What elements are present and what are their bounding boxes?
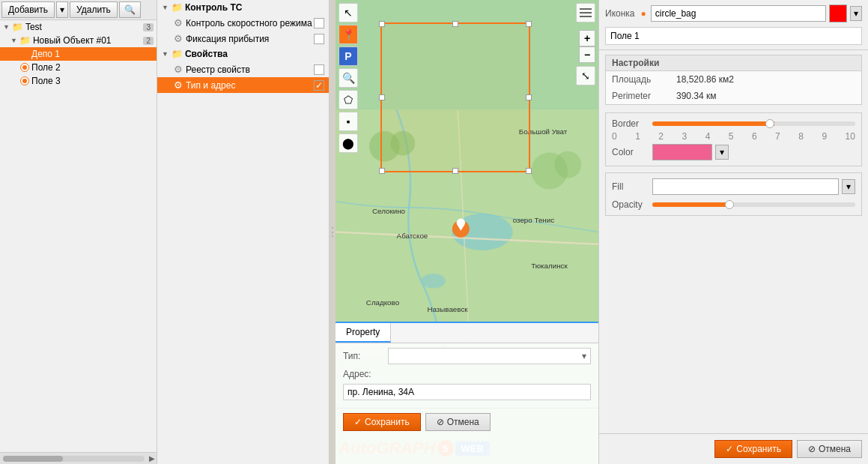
selection-handle-tr[interactable] (526, 21, 532, 27)
section-props[interactable]: ▼ 📁 Свойства (157, 46, 329, 61)
tree-item-test[interactable]: ▼ 📁 Test 3 (0, 20, 157, 34)
svg-text:озеро Тенис: озеро Тенис (513, 216, 554, 224)
location-tool-button[interactable]: 📍 (339, 25, 358, 44)
mid-item-checkbox[interactable] (314, 64, 324, 75)
icon-select-input[interactable] (651, 5, 826, 22)
search-map-button[interactable]: 🔍 (339, 68, 358, 88)
zoom-out-button[interactable]: − (579, 46, 595, 63)
section-control[interactable]: ▼ 📁 Контроль ТС (157, 0, 329, 15)
parking-tool-button[interactable]: P (339, 46, 358, 66)
selection-handle-ml[interactable] (379, 94, 385, 100)
border-slider-thumb[interactable] (765, 119, 774, 128)
opacity-slider-track[interactable] (652, 202, 855, 207)
right-cancel-button[interactable]: ⊘ Отмена (797, 440, 862, 458)
fill-box[interactable] (652, 178, 839, 195)
cursor-tool-button[interactable]: ↖ (339, 3, 358, 22)
mid-item-arrival[interactable]: ⚙ Фиксация прибытия (157, 31, 329, 46)
fill-section: Fill ▾ Opacity (605, 172, 862, 216)
gear-icon: ⚙ (174, 33, 183, 44)
left-scrollbar[interactable]: ▶ (0, 452, 157, 464)
add-dropdown-button[interactable]: ▾ (56, 1, 68, 18)
right-save-button[interactable]: ✓ Сохранить (714, 440, 792, 458)
selection-handle-mr[interactable] (526, 94, 532, 100)
scrollbar-thumb[interactable] (3, 456, 63, 462)
mid-item-speed[interactable]: ⚙ Контроль скоростного режима (157, 15, 329, 31)
tree-item-pole2[interactable]: Поле 2 (0, 61, 157, 74)
map-selection-box (380, 22, 530, 172)
scrollbar-track[interactable] (3, 456, 145, 462)
fill-dropdown-button[interactable]: ▾ (842, 179, 855, 194)
selection-handle-tl[interactable] (379, 21, 385, 27)
color-box[interactable] (652, 144, 712, 160)
scrollbar-right-arrow[interactable]: ▶ (148, 454, 157, 463)
icon-row: Иконка ● ▾ (605, 4, 862, 22)
expand-icon: ▼ (3, 23, 10, 31)
border-row: Border (606, 116, 861, 131)
opacity-slider-thumb[interactable] (725, 200, 734, 209)
zoom-controls: + − (579, 30, 595, 63)
mid-item-type-address[interactable]: ⚙ Тип и адрес ✓ (157, 77, 329, 93)
property-save-button[interactable]: ✓ Сохранить (343, 413, 421, 431)
gear-icon: ⚙ (174, 17, 183, 28)
color-row: Color ▾ (606, 142, 861, 163)
expand-button[interactable]: ⤡ (576, 66, 595, 85)
rectangle-tool-button[interactable]: ▪ (339, 112, 358, 131)
tree-item-pole3[interactable]: Поле 3 (0, 74, 157, 88)
border-slider-numbers: 012345678910 (606, 131, 861, 142)
folder-icon: 📁 (12, 22, 23, 32)
svg-point-15 (554, 151, 581, 178)
vertical-resize-handle[interactable] (330, 0, 336, 464)
selection-handle-tm[interactable] (452, 21, 458, 27)
border-section: Border 012345678910 Color ▾ (605, 112, 862, 166)
svg-text:Называевск: Называевск (427, 305, 468, 313)
selection-handle-br[interactable] (526, 168, 532, 174)
mid-item-label: Реестр свойств (186, 64, 250, 75)
add-button[interactable]: Добавить (1, 1, 55, 18)
tree-item-label: Новый Объект #01 (33, 35, 112, 46)
opacity-slider-area (652, 202, 855, 207)
zoom-in-button[interactable]: + (579, 30, 595, 46)
delete-button[interactable]: Удалить (70, 1, 118, 18)
address-row: Адрес: (343, 369, 591, 379)
mid-item-registry[interactable]: ⚙ Реестр свойств (157, 61, 329, 77)
tree-item-newobj[interactable]: ▼ 📁 Новый Объект #01 2 (0, 34, 157, 47)
cancel-label: Отмена (819, 444, 851, 454)
selection-handle-bl[interactable] (379, 168, 385, 174)
color-dropdown-button[interactable]: ▾ (715, 145, 729, 160)
type-label: Тип: (343, 351, 388, 361)
folder-icon: 📁 (19, 35, 31, 46)
svg-rect-19 (580, 16, 592, 17)
layers-button[interactable] (576, 3, 595, 22)
color-label: Color (612, 147, 649, 157)
cancel-icon: ⊘ (437, 417, 444, 427)
type-row: Тип: (343, 348, 591, 364)
property-cancel-button[interactable]: ⊘ Отмена (425, 413, 491, 431)
mid-item-checkbox[interactable] (314, 34, 324, 44)
tree-container: ▼ 📁 Test 3 ▼ 📁 Новый Объект #01 2 Депо 1 (0, 20, 157, 452)
opacity-row: Opacity (606, 197, 861, 212)
expand-icon-btn[interactable]: ⤡ (576, 66, 595, 85)
tree-item-label: Test (25, 22, 42, 32)
mid-item-checkbox[interactable] (314, 18, 324, 28)
search-button[interactable]: 🔍 (119, 1, 141, 18)
svg-text:Тюкалинск: Тюкалинск (531, 262, 568, 270)
type-select[interactable] (388, 348, 591, 364)
layers-icon-btn[interactable] (576, 3, 595, 22)
area-row: Площадь 18,520.86 км2 (606, 71, 861, 88)
icon-color-button[interactable] (829, 4, 847, 22)
svg-point-2 (421, 274, 446, 289)
property-tab[interactable]: Property (336, 323, 391, 343)
selection-handle-bm[interactable] (452, 168, 458, 174)
item-dot-icon (21, 64, 28, 71)
left-tree-panel: Добавить ▾ Удалить 🔍 ▼ 📁 Test 3 ▼ 📁 Новы… (0, 0, 157, 464)
name-input[interactable] (605, 27, 862, 45)
icon-color-dropdown[interactable]: ▾ (850, 6, 862, 21)
item-dot-icon (21, 77, 28, 85)
circle-tool-button[interactable]: ⬤ (339, 133, 358, 153)
mid-item-checkbox[interactable]: ✓ (314, 80, 324, 91)
address-input[interactable] (343, 384, 591, 400)
tree-item-depo1[interactable]: Депо 1 (0, 47, 157, 61)
perimeter-row: Perimeter 390.34 км (606, 88, 861, 104)
polygon-tool-button[interactable]: ⬠ (339, 90, 358, 109)
border-slider-track[interactable] (652, 121, 855, 126)
